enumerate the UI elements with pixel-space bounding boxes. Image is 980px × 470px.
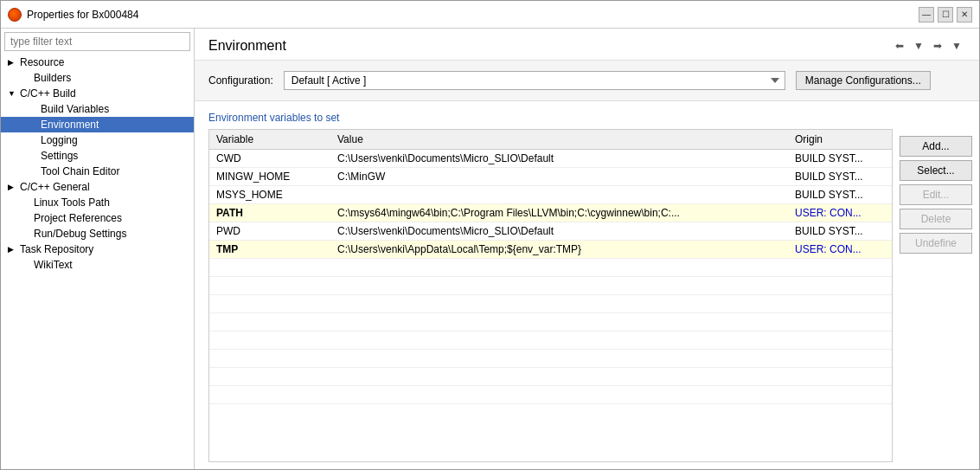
title-controls: — ☐ ✕ <box>919 7 972 23</box>
sidebar-item-resource[interactable]: ▶ Resource <box>1 55 194 70</box>
table-row[interactable]: TMPC:\Users\venki\AppData\Local\Temp;${e… <box>209 241 892 259</box>
cell-variable: MINGW_HOME <box>209 168 330 186</box>
header-icons: ⬅ ▼ ➡ ▼ <box>891 37 965 55</box>
table-row-empty <box>209 313 892 332</box>
sidebar-item-linux-tools-path[interactable]: Linux Tools Path <box>1 195 194 210</box>
sidebar-item-logging[interactable]: Logging <box>1 132 194 148</box>
arrow-icon: ▼ <box>8 89 16 98</box>
add-button[interactable]: Add... <box>900 136 972 157</box>
close-button[interactable]: ✕ <box>957 7 972 23</box>
filter-input[interactable] <box>4 32 190 51</box>
env-section: Environment variables to set Variable Va… <box>195 101 979 469</box>
arrow-icon: ▶ <box>8 245 16 254</box>
table-right-area: Variable Value Origin CWDC:\Users\venki\… <box>195 129 979 469</box>
select-button[interactable]: Select... <box>900 160 972 181</box>
table-row-empty <box>209 295 892 313</box>
dropdown-icon[interactable]: ▼ <box>910 37 927 55</box>
back-icon[interactable]: ⬅ <box>891 37 908 55</box>
table-row[interactable]: PATHC:\msys64\mingw64\bin;C:\Program Fil… <box>209 204 892 222</box>
sidebar-item-label: Project References <box>34 212 122 224</box>
sidebar-item-builders[interactable]: Builders <box>1 70 194 86</box>
page-title: Environment <box>208 38 286 54</box>
sidebar-item-wikitext[interactable]: WikiText <box>1 257 194 273</box>
content-area: Environment ⬅ ▼ ➡ ▼ Configuration: Defau… <box>195 29 979 469</box>
main-area: ▶ Resource Builders ▼ C/C++ Build Build … <box>1 29 979 469</box>
sidebar-item-label: Settings <box>41 150 78 162</box>
table-row-empty <box>209 332 892 350</box>
col-header-variable: Variable <box>209 130 330 150</box>
config-select[interactable]: Default [ Active ] <box>284 71 785 90</box>
edit-button[interactable]: Edit... <box>900 184 972 205</box>
col-header-origin: Origin <box>788 130 892 150</box>
sidebar-item-label: Environment <box>41 119 99 131</box>
sidebar-item-label: Run/Debug Settings <box>34 228 126 240</box>
env-section-title: Environment variables to set <box>195 108 979 129</box>
table-row-empty <box>209 368 892 386</box>
cell-value: C:\msys64\mingw64\bin;C:\Program Files\L… <box>330 204 788 222</box>
cell-value <box>330 186 788 204</box>
sidebar: ▶ Resource Builders ▼ C/C++ Build Build … <box>1 29 195 469</box>
right-panel: Add... Select... Edit... Delete Undefine <box>893 129 979 462</box>
sidebar-item-project-references[interactable]: Project References <box>1 210 194 226</box>
table-row-empty <box>209 386 892 404</box>
cell-variable: TMP <box>209 241 330 259</box>
table-row-empty <box>209 277 892 295</box>
cell-variable: PWD <box>209 222 330 241</box>
sidebar-item-label: Build Variables <box>41 103 109 115</box>
cell-variable: MSYS_HOME <box>209 186 330 204</box>
config-row: Configuration: Default [ Active ] Manage… <box>195 61 979 101</box>
sidebar-item-label: Logging <box>41 134 78 146</box>
sidebar-item-tool-chain-editor[interactable]: Tool Chain Editor <box>1 164 194 179</box>
table-row-empty <box>209 350 892 368</box>
config-label: Configuration: <box>208 74 273 87</box>
env-table-container: Variable Value Origin CWDC:\Users\venki\… <box>208 129 893 462</box>
sidebar-item-label: Linux Tools Path <box>34 196 110 209</box>
sidebar-item-label: C/C++ Build <box>20 87 76 100</box>
sidebar-item-build-variables[interactable]: Build Variables <box>1 101 194 117</box>
maximize-button[interactable]: ☐ <box>938 7 953 23</box>
cell-origin: BUILD SYST... <box>788 186 892 204</box>
sidebar-item-label: WikiText <box>34 259 73 271</box>
cell-variable: CWD <box>209 150 330 168</box>
cell-origin: BUILD SYST... <box>788 168 892 186</box>
sidebar-item-label: Tool Chain Editor <box>41 165 119 177</box>
env-table: Variable Value Origin CWDC:\Users\venki\… <box>209 130 892 404</box>
cell-origin: USER: CON... <box>788 241 892 259</box>
col-header-value: Value <box>330 130 788 150</box>
cell-value: C:\Users\venki\AppData\Local\Temp;${env_… <box>330 241 788 259</box>
cell-value: C:\Users\venki\Documents\Micro_SLIO\Defa… <box>330 222 788 241</box>
sidebar-item-run-debug-settings[interactable]: Run/Debug Settings <box>1 226 194 241</box>
sidebar-item-label: Task Repository <box>20 243 93 255</box>
main-window: Properties for Bx000484 — ☐ ✕ ▶ Resource… <box>0 0 980 470</box>
content-header: Environment ⬅ ▼ ➡ ▼ <box>195 29 979 61</box>
undefine-button[interactable]: Undefine <box>900 233 972 254</box>
table-row[interactable]: PWDC:\Users\venki\Documents\Micro_SLIO\D… <box>209 222 892 241</box>
arrow-icon: ▶ <box>8 58 16 67</box>
arrow-icon: ▶ <box>8 183 16 191</box>
sidebar-item-environment[interactable]: Environment <box>1 117 194 132</box>
app-icon <box>8 8 22 22</box>
sidebar-item-settings[interactable]: Settings <box>1 148 194 164</box>
title-bar-left: Properties for Bx000484 <box>8 8 138 22</box>
sidebar-item-cpp-general[interactable]: ▶ C/C++ General <box>1 179 194 195</box>
delete-button[interactable]: Delete <box>900 209 972 229</box>
sidebar-item-cpp-build[interactable]: ▼ C/C++ Build <box>1 86 194 101</box>
table-row[interactable]: MSYS_HOMEBUILD SYST... <box>209 186 892 204</box>
sidebar-item-label: C/C++ General <box>20 181 90 193</box>
table-row[interactable]: CWDC:\Users\venki\Documents\Micro_SLIO\D… <box>209 150 892 168</box>
cell-origin: BUILD SYST... <box>788 222 892 241</box>
cell-origin: BUILD SYST... <box>788 150 892 168</box>
table-row-empty <box>209 259 892 277</box>
window-title: Properties for Bx000484 <box>27 9 138 21</box>
forward-icon[interactable]: ➡ <box>929 37 946 55</box>
sidebar-item-label: Resource <box>20 56 64 68</box>
cell-value: C:\MinGW <box>330 168 788 186</box>
minimize-button[interactable]: — <box>919 7 934 23</box>
table-row[interactable]: MINGW_HOMEC:\MinGWBUILD SYST... <box>209 168 892 186</box>
manage-configurations-button[interactable]: Manage Configurations... <box>796 71 931 90</box>
dropdown2-icon[interactable]: ▼ <box>948 37 965 55</box>
cell-variable: PATH <box>209 204 330 222</box>
sidebar-item-task-repository[interactable]: ▶ Task Repository <box>1 241 194 257</box>
cell-origin: USER: CON... <box>788 204 892 222</box>
cell-value: C:\Users\venki\Documents\Micro_SLIO\Defa… <box>330 150 788 168</box>
